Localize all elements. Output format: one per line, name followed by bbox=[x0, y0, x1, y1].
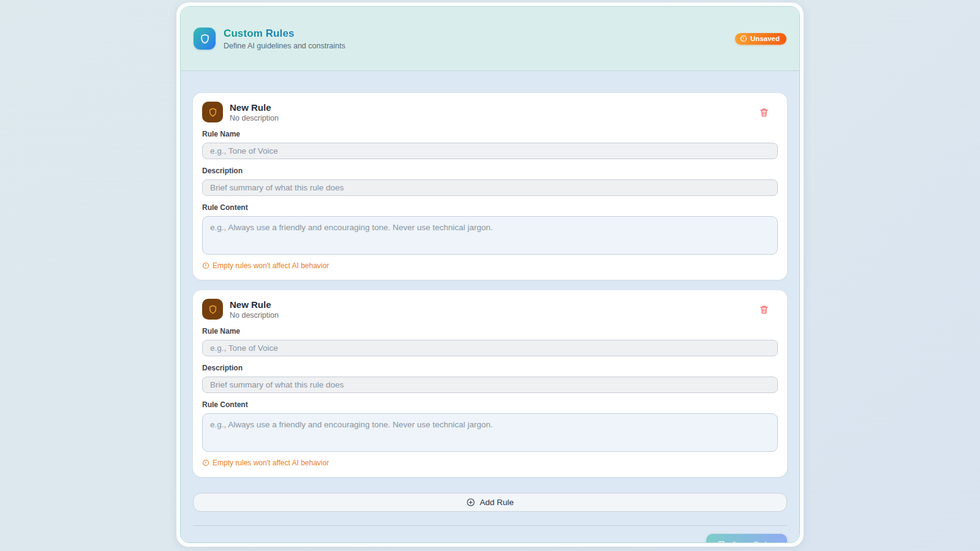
page-title: Custom Rules bbox=[224, 28, 345, 40]
rule-content-textarea[interactable] bbox=[202, 216, 778, 255]
warning-circle-icon bbox=[202, 262, 209, 269]
add-rule-button[interactable]: Add Rule bbox=[193, 493, 787, 512]
rule-card: New Rule No description Rule Name Descri… bbox=[193, 290, 787, 477]
custom-rules-section: Custom Rules Define AI guidelines and co… bbox=[180, 6, 800, 543]
save-icon bbox=[717, 540, 726, 544]
rule-name-input[interactable] bbox=[202, 143, 778, 159]
custom-rules-panel: Custom Rules Define AI guidelines and co… bbox=[176, 2, 804, 547]
rule-name-label: Rule Name bbox=[202, 327, 778, 335]
rule-name-field-group: Rule Name bbox=[202, 327, 778, 356]
rule-shield-icon bbox=[202, 102, 223, 122]
warning-circle-icon bbox=[202, 459, 209, 467]
unsaved-badge: Unsaved bbox=[735, 33, 786, 45]
page-subtitle: Define AI guidelines and constraints bbox=[224, 42, 345, 50]
empty-rule-warning: Empty rules won't affect AI behavior bbox=[202, 261, 778, 270]
rule-title: New Rule bbox=[230, 102, 750, 113]
rule-content-label: Rule Content bbox=[202, 400, 778, 409]
description-field-group: Description bbox=[202, 364, 778, 393]
trash-icon bbox=[759, 107, 769, 118]
alert-circle-icon bbox=[740, 35, 747, 42]
sync-rules-button[interactable]: Sync Rules bbox=[706, 534, 787, 543]
rule-titles: New Rule No description bbox=[230, 102, 750, 122]
empty-rule-warning: Empty rules won't affect AI behavior bbox=[202, 459, 778, 467]
rule-card-header: New Rule No description bbox=[202, 299, 778, 320]
delete-rule-button[interactable] bbox=[756, 105, 771, 119]
sync-rules-label: Sync Rules bbox=[731, 540, 776, 544]
header-text: Custom Rules Define AI guidelines and co… bbox=[224, 28, 345, 50]
rules-body: New Rule No description Rule Name Descri… bbox=[181, 71, 799, 543]
rule-name-input[interactable] bbox=[202, 340, 778, 356]
rule-subtitle: No description bbox=[230, 311, 750, 320]
description-input[interactable] bbox=[202, 179, 778, 196]
delete-rule-button[interactable] bbox=[756, 302, 771, 317]
rule-title: New Rule bbox=[230, 299, 750, 310]
description-label: Description bbox=[202, 364, 778, 372]
rule-card: New Rule No description Rule Name Descri… bbox=[193, 93, 787, 280]
rule-card-header: New Rule No description bbox=[202, 102, 778, 122]
unsaved-badge-label: Unsaved bbox=[750, 35, 780, 42]
rule-subtitle: No description bbox=[230, 114, 750, 122]
plus-circle-icon bbox=[466, 498, 475, 507]
rule-titles: New Rule No description bbox=[230, 299, 750, 320]
empty-rule-warning-text: Empty rules won't affect AI behavior bbox=[213, 261, 329, 270]
rule-content-field-group: Rule Content bbox=[202, 203, 778, 257]
trash-icon bbox=[759, 304, 769, 315]
rule-name-field-group: Rule Name bbox=[202, 130, 778, 159]
rule-content-field-group: Rule Content bbox=[202, 400, 778, 454]
rule-name-label: Rule Name bbox=[202, 130, 778, 138]
shield-icon bbox=[194, 28, 216, 50]
rule-content-label: Rule Content bbox=[202, 203, 778, 212]
panel-header: Custom Rules Define AI guidelines and co… bbox=[181, 7, 799, 71]
description-field-group: Description bbox=[202, 167, 778, 196]
rule-content-textarea[interactable] bbox=[202, 413, 778, 452]
description-input[interactable] bbox=[202, 377, 778, 393]
footer-actions: Sync Rules bbox=[193, 526, 787, 543]
description-label: Description bbox=[202, 167, 778, 175]
empty-rule-warning-text: Empty rules won't affect AI behavior bbox=[213, 459, 329, 467]
rule-shield-icon bbox=[202, 299, 223, 320]
add-rule-label: Add Rule bbox=[480, 498, 514, 507]
